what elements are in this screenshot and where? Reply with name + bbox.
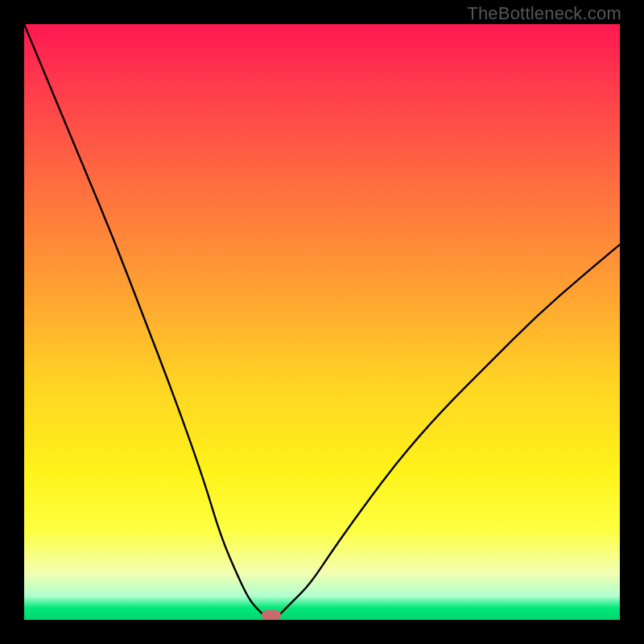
bottleneck-curve-path	[24, 24, 620, 620]
watermark-text: TheBottleneck.com	[467, 3, 621, 24]
plot-area	[24, 24, 620, 620]
curve-svg	[24, 24, 620, 620]
minimum-marker	[262, 610, 281, 620]
chart-frame: TheBottleneck.com	[0, 0, 644, 644]
